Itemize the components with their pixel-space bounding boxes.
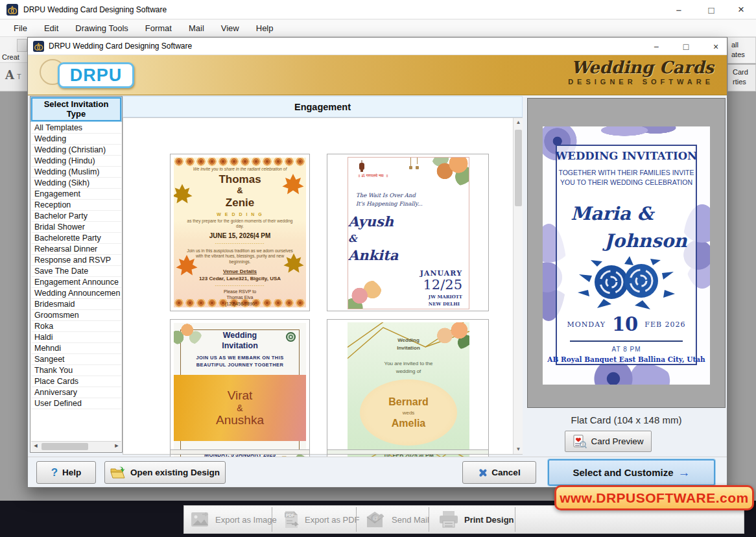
menu-item[interactable]: Format xyxy=(137,23,180,33)
template-selection-dialog: DRPU Wedding Card Designing Software − □… xyxy=(27,37,727,488)
brand-name: Wedding Cards xyxy=(568,58,714,77)
cancel-label: Cancel xyxy=(491,468,520,477)
template-card-partial[interactable] xyxy=(170,449,310,455)
card1-datetime: JUNE 15, 2026|4 PM xyxy=(209,232,271,239)
scroll-left-icon[interactable]: ◄ xyxy=(31,442,40,449)
invitation-type-item[interactable]: Bridal Shower xyxy=(31,222,121,233)
scroll-down-icon[interactable]: ▼ xyxy=(514,445,523,454)
close-icon[interactable]: × xyxy=(730,0,752,19)
invitation-type-item[interactable]: Bachelor Party xyxy=(31,211,121,222)
mail-icon: @ xyxy=(366,510,386,529)
scrollbar-thumb[interactable] xyxy=(515,130,522,206)
maximize-icon[interactable]: □ xyxy=(700,0,722,19)
export-as-image-button[interactable]: Export as Image xyxy=(191,506,277,533)
blue-roses-icon xyxy=(578,256,675,309)
toolbar-partial-left: Creat xyxy=(0,37,27,63)
invitation-type-item[interactable]: Wedding (Sikh) xyxy=(31,178,121,189)
invitation-type-item[interactable]: Save The Date xyxy=(31,266,121,277)
invitation-type-item[interactable]: Anniversary xyxy=(31,387,121,398)
card-props-label-1: Card xyxy=(733,67,755,77)
menu-item[interactable]: Edit xyxy=(36,23,67,33)
invitation-type-item[interactable]: Engagement Announce xyxy=(31,277,121,288)
invitation-type-item[interactable]: Engagement xyxy=(31,189,121,200)
invitation-type-item[interactable]: Wedding (Muslim) xyxy=(31,167,121,178)
invitation-type-item[interactable]: Wedding Announcemen xyxy=(31,288,121,299)
invitation-type-item[interactable]: Rehearsal Dinner xyxy=(31,244,121,255)
card4-sub2: wedding of xyxy=(396,368,421,374)
invitation-type-item[interactable]: Haldi xyxy=(31,332,121,343)
export-as-pdf-button[interactable]: PDF Export as PDF xyxy=(283,506,360,533)
card3-name2: Anushka xyxy=(216,413,264,427)
gallery-vertical-scrollbar[interactable]: ▲ ▼ xyxy=(513,118,523,454)
help-button[interactable]: ? Help xyxy=(36,461,96,484)
invitation-type-item[interactable]: Roka xyxy=(31,321,121,332)
card-preview-icon xyxy=(573,435,587,449)
preview-card: WEDDING INVITATION TOGETHER WITH THEIR F… xyxy=(543,126,710,385)
card-preview-button[interactable]: Card Preview xyxy=(565,431,652,452)
card4-sub1: You are invited to the xyxy=(384,361,433,366)
toolbar-partial-text-tool[interactable]: AT xyxy=(0,63,27,91)
pdf-icon: PDF xyxy=(283,510,300,529)
template-card-thomas-zenie[interactable]: We invite you to share in the radiant ce… xyxy=(170,154,310,311)
scroll-right-icon[interactable]: ► xyxy=(112,442,121,449)
print-design-button[interactable]: Print Design xyxy=(438,506,514,533)
card3-sub1: JOIN US AS WE EMBARK ON THIS xyxy=(196,355,283,361)
invitation-type-item[interactable]: Wedding (Christian) xyxy=(31,145,121,156)
card4-name2: Amelia xyxy=(392,418,425,429)
card1-rsvp2: Thomas Elva xyxy=(227,295,254,300)
invitation-type-item[interactable]: Wedding (Hindu) xyxy=(31,156,121,167)
preview-title: WEDDING INVITATION xyxy=(543,150,710,162)
preview-name2: Johnson xyxy=(582,230,710,252)
invitation-type-item[interactable]: Place Cards xyxy=(31,376,121,387)
select-and-customize-button[interactable]: Select and Customize → xyxy=(548,459,715,486)
sidebar-header-line2: Type xyxy=(67,110,86,119)
invitation-type-item[interactable]: Bridesmaid xyxy=(31,299,121,310)
card1-name1: Thomas xyxy=(219,174,261,186)
invitation-type-item[interactable]: Thank You xyxy=(31,365,121,376)
menu-item[interactable]: View xyxy=(213,23,248,33)
card1-address: 123 Cedar, Lane321, Bigcity, USA xyxy=(199,276,281,281)
template-card-ayush-ankita[interactable]: ॥ ॐ गणपतये नमः ॥ The Wait Is Over AndIt'… xyxy=(327,154,489,311)
toolbar-stub-button[interactable] xyxy=(17,39,27,52)
menu-item[interactable]: Mail xyxy=(180,23,213,33)
invitation-type-item[interactable]: Groomsmen xyxy=(31,310,121,321)
website-ad-banner[interactable]: www.DRPUSOFTWARE.com xyxy=(554,485,754,510)
menu-item[interactable]: Drawing Tools xyxy=(67,23,136,33)
invitation-type-item[interactable]: User Defined xyxy=(31,398,121,409)
card4-title2: Invitation xyxy=(397,345,420,351)
card1-rsvp1: Please RSVP to xyxy=(224,289,256,294)
card3-amp: & xyxy=(237,403,242,413)
toolbar-partial-card-properties[interactable]: Card rties xyxy=(727,64,756,91)
minimize-icon[interactable]: − xyxy=(668,0,690,19)
dialog-minimize-icon[interactable]: − xyxy=(645,38,667,55)
send-mail-button[interactable]: @ Send Mail xyxy=(366,506,429,533)
open-existing-design-button[interactable]: Open existing Design xyxy=(104,461,226,484)
menu-item[interactable]: File xyxy=(5,23,36,33)
card-preview-label: Card Preview xyxy=(591,436,643,446)
cancel-button[interactable]: Cancel xyxy=(462,461,536,484)
scroll-up-icon[interactable]: ▲ xyxy=(514,118,523,127)
toolbar-partial-templates[interactable]: all ates xyxy=(727,37,756,64)
main-window-title: DRPU Wedding Card Designing Software xyxy=(23,5,167,14)
invitation-type-item[interactable]: Bachelorette Party xyxy=(31,233,121,244)
text-tool-icon: A xyxy=(5,68,14,82)
invitation-type-item[interactable]: Sangeet xyxy=(31,354,121,365)
invitation-type-item[interactable]: All Templates xyxy=(31,123,121,134)
dialog-close-icon[interactable]: × xyxy=(705,38,727,55)
menu-item[interactable]: Help xyxy=(248,23,282,33)
toolbar-separator xyxy=(429,507,429,532)
sidebar-horizontal-scrollbar[interactable]: ◄ ► xyxy=(31,441,121,451)
template-card-partial[interactable] xyxy=(327,449,489,455)
invitation-type-item[interactable]: Response and RSVP xyxy=(31,255,121,266)
invitation-type-item[interactable]: Wedding xyxy=(31,134,121,145)
export-image-label: Export as Image xyxy=(215,515,277,525)
invitation-type-sidebar: Select Invitation Type All TemplatesWedd… xyxy=(30,96,123,453)
invitation-type-item[interactable]: Mehndi xyxy=(31,343,121,354)
card4-name1: Bernard xyxy=(388,396,428,408)
card1-intro: We invite you to share in the radiant ce… xyxy=(191,167,289,173)
cancel-x-icon xyxy=(478,468,487,477)
scrollbar-thumb[interactable] xyxy=(41,443,88,450)
dialog-maximize-icon[interactable]: □ xyxy=(675,38,697,55)
ad-banner-text: www.DRPUSOFTWARE.com xyxy=(560,490,749,506)
invitation-type-item[interactable]: Reception xyxy=(31,200,121,211)
